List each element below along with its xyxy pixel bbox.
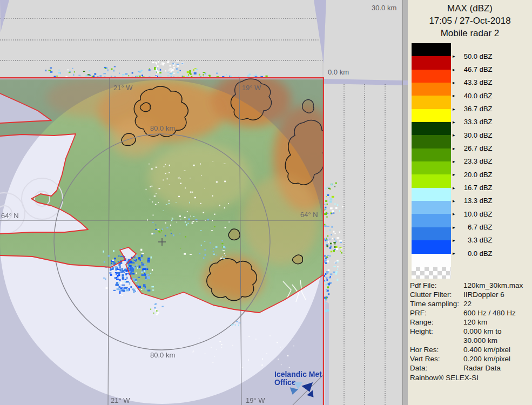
legend-tick-arrow-icon: ▸ xyxy=(453,80,455,85)
legend-swatch xyxy=(412,240,451,254)
longitude-21w-label-bottom: 21° W xyxy=(111,396,130,404)
legend-swatch xyxy=(412,148,451,162)
detail-label: Height: xyxy=(410,327,463,336)
detail-label: PRF: xyxy=(410,308,463,318)
product-title: MAX (dBZ) xyxy=(408,3,532,14)
dbz-color-legend: ▸50.0 dBZ▸46.7 dBZ▸43.3 dBZ▸40.0 dBZ▸36.… xyxy=(412,43,530,279)
legend-swatch xyxy=(412,214,451,227)
legend-value-text: 33.3 dBZ xyxy=(457,118,493,126)
detail-row: Clutter Filter:IIRDoppler 6 xyxy=(410,290,531,299)
detail-value: 30.000 km xyxy=(463,336,531,345)
detail-value: 0.400 km/pixel xyxy=(463,345,531,354)
legend-entry-label: ▸0.0 dBZ xyxy=(453,249,493,258)
legend-swatch xyxy=(412,70,451,83)
detail-row: Hor Res:0.400 km/pixel xyxy=(410,345,531,354)
detail-label: Data: xyxy=(410,363,463,373)
detail-row: Range:120 km xyxy=(410,318,531,327)
legend-tick-arrow-icon: ▸ xyxy=(453,67,455,72)
legend-value-text: 3.3 dBZ xyxy=(457,236,493,244)
legend-tick-arrow-icon: ▸ xyxy=(453,132,455,138)
radar-name: Mobile radar 2 xyxy=(408,28,532,39)
legend-entry-label: ▸26.7 dBZ xyxy=(453,144,493,153)
software-brand: Rainbow® SELEX-SI xyxy=(410,374,479,382)
legend-entry-label: ▸33.3 dBZ xyxy=(453,118,493,126)
no-data-band xyxy=(324,79,402,85)
legend-value-text: 30.0 dBZ xyxy=(457,131,493,139)
legend-swatch xyxy=(412,56,451,70)
detail-label: Vert Res: xyxy=(410,354,463,363)
legend-transparent-swatch xyxy=(412,267,451,279)
detail-row: PRF:600 Hz / 480 Hz xyxy=(410,308,531,318)
legend-tick-arrow-icon: ▸ xyxy=(453,211,455,217)
legend-tick-arrow-icon: ▸ xyxy=(453,159,455,164)
detail-label xyxy=(410,336,463,345)
product-info-panel: MAX (dBZ) 17:05 / 27-Oct-2018 Mobile rad… xyxy=(408,0,532,405)
legend-swatch xyxy=(412,227,451,241)
legend-entry-label: ▸43.3 dBZ xyxy=(453,78,493,87)
latitude-64n-label-right: 64° N xyxy=(300,211,318,219)
range-ring-label-bottom: 80.0 km xyxy=(150,351,175,359)
product-datetime: 17:05 / 27-Oct-2018 xyxy=(408,16,532,26)
legend-entry-label: ▸36.7 dBZ xyxy=(453,105,493,113)
detail-row: Data:Radar Data xyxy=(410,363,531,373)
legend-swatch xyxy=(412,161,451,175)
detail-label: Hor Res: xyxy=(410,345,463,354)
logo-text-line1: Icelandic Met xyxy=(274,370,326,379)
longitude-21w-label-top: 21° W xyxy=(113,84,133,92)
height-axis-min-label: 0.0 km xyxy=(328,68,349,76)
legend-entry-label: ▸6.7 dBZ xyxy=(453,223,493,232)
detail-row: Time sampling:22 xyxy=(410,299,531,308)
legend-value-text: 40.0 dBZ xyxy=(457,92,493,100)
detail-label: Clutter Filter: xyxy=(410,290,463,299)
logo-triangle-icon xyxy=(288,387,298,396)
detail-value: 0.200 km/pixel xyxy=(463,354,531,363)
no-data-wedge-left xyxy=(0,0,9,32)
legend-swatch xyxy=(412,174,451,188)
legend-tick-arrow-icon: ▸ xyxy=(453,172,455,177)
detail-row: Height:0.000 km to xyxy=(410,327,531,336)
top-height-profile-strip xyxy=(0,0,326,80)
detail-value: 120km_30km.max xyxy=(463,281,531,290)
legend-value-text: 16.7 dBZ xyxy=(457,184,493,192)
detail-value: 0.000 km to xyxy=(463,327,531,336)
detail-value: 600 Hz / 480 Hz xyxy=(463,308,531,318)
legend-tick-arrow-icon: ▸ xyxy=(453,185,455,191)
icelandic-met-office-logo: Icelandic Met Office xyxy=(274,370,326,402)
legend-swatch xyxy=(412,122,451,136)
legend-tick-arrow-icon: ▸ xyxy=(453,119,455,125)
detail-label: Range: xyxy=(410,318,463,327)
legend-tick-arrow-icon: ▸ xyxy=(453,198,455,204)
radar-display-canvas[interactable]: 30.0 km 0.0 km 80.0 km 80.0 km 21° W 21°… xyxy=(0,0,402,405)
legend-entry-label: ▸46.7 dBZ xyxy=(453,65,493,74)
legend-value-text: 0.0 dBZ xyxy=(457,249,493,258)
longitude-19w-label-bottom: 19° W xyxy=(246,396,265,404)
legend-value-text: 23.3 dBZ xyxy=(457,157,493,165)
height-axis-max-label: 30.0 km xyxy=(372,4,396,12)
radar-graphics xyxy=(0,0,402,405)
legend-swatch xyxy=(412,96,451,109)
legend-entry-label: ▸20.0 dBZ xyxy=(453,170,493,179)
legend-tick-arrow-icon: ▸ xyxy=(453,146,455,151)
legend-entry-label: ▸23.3 dBZ xyxy=(453,157,493,166)
legend-entry-label: ▸30.0 dBZ xyxy=(453,131,493,139)
legend-swatch xyxy=(412,83,451,96)
longitude-19w-label-top: 19° W xyxy=(242,84,261,92)
legend-value-text: 26.7 dBZ xyxy=(457,144,493,152)
detail-value: IIRDoppler 6 xyxy=(463,290,531,299)
detail-label: Time sampling: xyxy=(410,299,463,308)
latitude-64n-label-left: 64° N xyxy=(1,212,19,220)
detail-value: 120 km xyxy=(463,318,531,327)
legend-entry-label: ▸16.7 dBZ xyxy=(453,184,493,192)
legend-tick-arrow-icon: ▸ xyxy=(453,53,455,59)
legend-value-text: 36.7 dBZ xyxy=(457,105,493,113)
legend-tick-arrow-icon: ▸ xyxy=(453,251,455,256)
legend-tick-arrow-icon: ▸ xyxy=(453,106,455,112)
legend-swatch xyxy=(412,43,451,57)
legend-entry-label: ▸13.3 dBZ xyxy=(453,197,493,205)
legend-entry-label: ▸10.0 dBZ xyxy=(453,210,493,218)
legend-value-text: 46.7 dBZ xyxy=(457,65,493,73)
right-profile-echoes xyxy=(323,183,344,313)
legend-value-text: 20.0 dBZ xyxy=(457,171,493,179)
legend-entry-label: ▸3.3 dBZ xyxy=(453,236,493,245)
legend-value-text: 10.0 dBZ xyxy=(457,210,493,218)
